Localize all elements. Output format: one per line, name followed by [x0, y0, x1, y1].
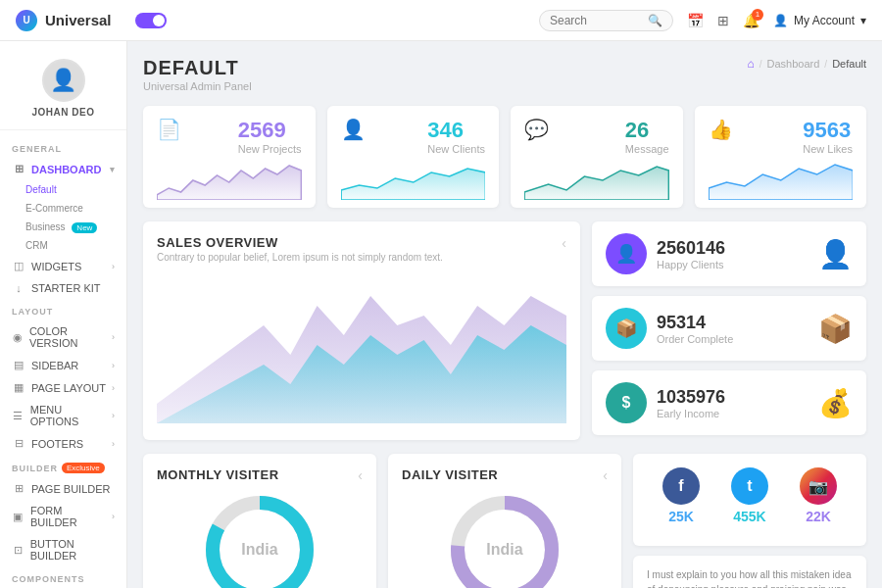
chevron-icon: ›	[112, 439, 115, 449]
projects-chart	[157, 161, 302, 200]
sidebar-item-form-builder[interactable]: ▣ FORM BUILDER ›	[0, 500, 126, 533]
logo-icon: U	[16, 10, 37, 31]
happy-clients-icon: 👤	[606, 233, 647, 274]
twitter-icon[interactable]: t	[731, 467, 768, 505]
sidebar: 👤 JOHAN DEO GENERAL ⊞ DASHBOARD ▾ Defaul…	[0, 41, 127, 588]
projects-icon: 📄	[157, 118, 181, 141]
chevron-icon: ›	[112, 383, 115, 393]
daily-visitor-card: DAILY VISITER ‹ India	[388, 454, 621, 588]
clients-value: 346	[427, 118, 485, 143]
sales-arrow[interactable]: ‹	[562, 235, 566, 251]
section-layout: LAYOUT	[0, 299, 126, 320]
happy-clients-label: Happy Clients	[657, 259, 725, 270]
testimonial-text: I must explain to you how all this mista…	[647, 567, 853, 588]
sidebar-item-color[interactable]: ◉ COLOR VERSION ›	[0, 320, 126, 354]
sales-section: SALES OVERVIEW Contrary to popular belie…	[143, 221, 866, 440]
sidebar-item-button-builder[interactable]: ⊡ BUTTON BUILDER	[0, 533, 126, 566]
chevron-icon: ›	[112, 361, 115, 370]
ig-count: 22K	[806, 509, 831, 524]
likes-chart	[709, 161, 854, 200]
likes-value: 9563	[803, 118, 853, 143]
right-stats: 👤 2560146 Happy Clients 👤 📦 95314 Order	[592, 221, 866, 440]
chevron-icon: ›	[112, 512, 115, 521]
sales-title: SALES OVERVIEW	[157, 235, 443, 250]
sidebar-item-page-layout[interactable]: ▦ PAGE LAYOUT ›	[0, 376, 126, 399]
stat-order-complete: 📦 95314 Order Complete 📦	[592, 296, 866, 361]
sidebar-item-footers[interactable]: ⊟ FOOTERS ›	[0, 432, 126, 455]
stat-card-message: 💬 26 Message	[511, 106, 683, 208]
sales-chart	[157, 267, 566, 423]
instagram-icon[interactable]: 📷	[800, 467, 837, 505]
section-general: GENERAL	[0, 136, 126, 158]
chevron-icon: ›	[112, 262, 115, 271]
sidebar-item-page-builder[interactable]: ⊞ PAGE BUILDER	[0, 477, 126, 500]
monthly-visitor-card: MONTHLY VISITER ‹ India	[143, 454, 376, 588]
clients-bg-icon: 👤	[818, 238, 853, 270]
order-value: 95314	[657, 313, 733, 333]
search-input[interactable]	[550, 14, 648, 27]
theme-toggle[interactable]	[135, 13, 167, 28]
sales-subtitle: Contrary to popular belief, Lorem ipsum …	[157, 252, 443, 263]
instagram-social: 📷 22K	[800, 467, 837, 524]
projects-value: 2569	[238, 118, 302, 143]
notification-badge: 1	[752, 9, 763, 21]
sidebar-item-dashboard[interactable]: ⊞ DASHBOARD ▾	[0, 158, 126, 180]
section-builder: BUILDER	[12, 464, 58, 473]
sidebar-sub-default[interactable]: Default	[0, 180, 126, 199]
page-header: DEFAULT Universal Admin Panel ⌂ / Dashbo…	[143, 57, 866, 92]
likes-label: New Likes	[803, 143, 853, 155]
badge-exclusive: Exclusive	[62, 463, 105, 473]
sidebar-sub-business[interactable]: Business New	[0, 218, 126, 236]
sidebar-item-menu[interactable]: ☰ MENU OPTIONS ›	[0, 399, 126, 432]
income-label: Early Income	[657, 408, 725, 419]
chevron-icon: ›	[112, 411, 115, 420]
sales-card: SALES OVERVIEW Contrary to popular belie…	[143, 221, 580, 440]
bell-icon[interactable]: 🔔 1	[743, 13, 760, 28]
page-subtitle: Universal Admin Panel	[143, 80, 252, 92]
account-label: My Account	[794, 14, 855, 27]
monthly-donut-svg	[201, 491, 318, 588]
stat-card-projects: 📄 2569 New Projects	[143, 106, 316, 208]
sidebar-item-widgets[interactable]: ◫ WIDGETS ›	[0, 255, 126, 277]
account-button[interactable]: 👤 My Account ▾	[773, 14, 866, 27]
monthly-donut: India	[201, 491, 318, 588]
monthly-country: India	[241, 541, 277, 559]
sidebar-sub-ecommerce[interactable]: E-Commerce	[0, 199, 126, 218]
grid-icon[interactable]: ⊞	[717, 13, 729, 28]
facebook-icon[interactable]: f	[662, 467, 700, 505]
dashboard-icon: ⊞	[12, 163, 25, 175]
likes-icon: 👍	[709, 118, 733, 141]
breadcrumb-dashboard: Dashboard	[767, 58, 820, 70]
message-label: Message	[625, 143, 669, 155]
home-icon: ⌂	[748, 57, 755, 71]
stat-happy-clients: 👤 2560146 Happy Clients 👤	[592, 221, 866, 286]
nav-right: 🔍 📅 ⊞ 🔔 1 👤 My Account ▾	[539, 10, 866, 31]
monthly-title: MONTHLY VISITER	[157, 467, 279, 482]
twitter-social: t 455K	[731, 467, 768, 524]
calendar-icon[interactable]: 📅	[687, 13, 704, 28]
income-bg-icon: 💰	[818, 387, 853, 419]
chevron-down-icon: ▾	[860, 14, 866, 27]
chevron-icon: ▾	[110, 165, 115, 174]
sidebar-item-starter[interactable]: ↓ STARTER KIT	[0, 277, 126, 299]
chevron-icon: ›	[112, 332, 115, 342]
badge-new: New	[72, 222, 97, 233]
stat-early-income: $ 1035976 Early Income 💰	[592, 370, 866, 435]
testimonial-card: I must explain to you how all this mista…	[633, 556, 866, 588]
bottom-section: MONTHLY VISITER ‹ India DAILY VISITER ‹	[143, 454, 866, 588]
daily-donut: India	[446, 491, 564, 588]
order-label: Order Complete	[657, 333, 733, 345]
avatar: 👤	[42, 59, 85, 102]
logo-text: Universal	[45, 12, 112, 28]
breadcrumb-current: Default	[832, 58, 866, 70]
app-body: 👤 JOHAN DEO GENERAL ⊞ DASHBOARD ▾ Defaul…	[0, 41, 882, 588]
search-box[interactable]: 🔍	[539, 10, 673, 31]
stat-card-clients: 👤 346 New Clients	[327, 106, 500, 208]
sidebar-sub-crm[interactable]: CRM	[0, 236, 126, 255]
right-bottom-col: f 25K t 455K 📷 22K I must	[633, 454, 866, 588]
facebook-social: f 25K	[662, 467, 700, 524]
daily-arrow[interactable]: ‹	[603, 467, 608, 483]
monthly-arrow[interactable]: ‹	[358, 467, 363, 483]
income-icon: $	[606, 382, 647, 423]
sidebar-item-sidebar[interactable]: ▤ SIDEBAR ›	[0, 354, 126, 376]
